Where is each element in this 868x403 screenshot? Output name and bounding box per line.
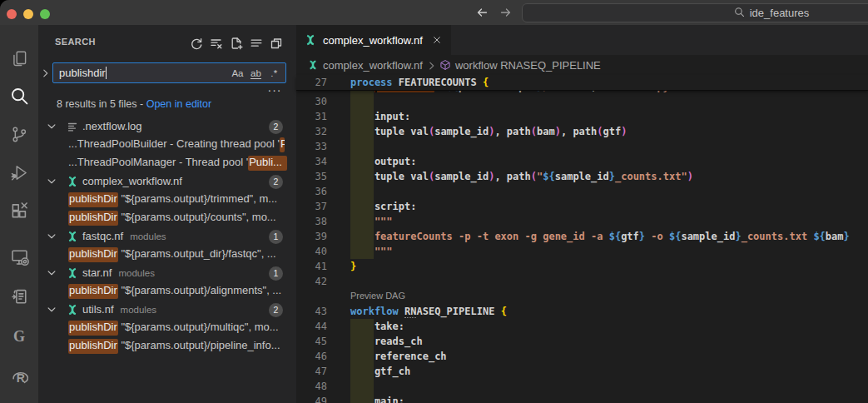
code-line-45: 45 reads_ch [296, 334, 868, 349]
titlebar: ide_features [0, 0, 868, 25]
result-match-row[interactable]: publishDir "${params.output}/counts", mo… [38, 209, 296, 227]
activity-bar-item-gitlens[interactable]: G [0, 320, 38, 353]
result-file-row[interactable]: fastqc.nfmodules1 [38, 227, 296, 246]
activity-bar-item-r-language[interactable]: R [0, 359, 38, 392]
match-preview: ...ThreadPoolManager - Thread pool 'Publ… [68, 156, 295, 171]
vscode-window: ide_features GR SEARCH publishdir Aaab.*… [0, 0, 868, 403]
search-actions [188, 35, 285, 52]
refresh-icon [188, 37, 205, 50]
code-area[interactable]: 27process FEATURECOUNTS {29 publishDir "… [296, 75, 868, 403]
code-token: _counts.txt" [615, 171, 687, 182]
breadcrumb-item[interactable]: complex_workflow.nf [307, 59, 423, 72]
activity-bar-item-remote-explorer[interactable] [0, 240, 38, 273]
use-regex-toggle[interactable]: .* [266, 65, 282, 81]
whole-word-toggle[interactable]: ab [248, 65, 264, 81]
chevron-down-icon[interactable] [46, 267, 57, 279]
code-line-text: process FEATURECOUNTS { [350, 75, 489, 90]
zoom-window-button[interactable] [40, 9, 50, 19]
editor-group[interactable]: complex_workflow.nf complex_workflow.nfw… [296, 25, 868, 403]
chevron-down-icon[interactable] [46, 121, 57, 132]
code-line-text: workflow RNASEQ_PIPELINE { [350, 304, 507, 319]
breadcrumb-item[interactable]: workflow RNASEQ_PIPELINE [439, 59, 601, 72]
indent-highlight [350, 379, 374, 394]
code-token: _counts.txt [742, 231, 814, 242]
code-token: ( [531, 171, 537, 182]
chevron-down-icon[interactable] [46, 231, 57, 242]
result-file-row[interactable]: .nextflow.log2 [38, 117, 296, 136]
result-match-row[interactable]: publishDir "${params.output_dir}/fastqc"… [38, 246, 296, 264]
code-line-36: 36 [296, 184, 868, 199]
result-match-row[interactable]: publishDir "${params.output}/alignments"… [38, 282, 296, 301]
code-line-37: 37 script: [296, 199, 868, 214]
search-sidebar: SEARCH publishdir Aaab.* ··· 8 results i… [38, 25, 296, 403]
minimize-window-button[interactable] [23, 9, 33, 19]
activity-bar-item-search[interactable] [0, 79, 38, 112]
view-as-list-button[interactable] [248, 35, 265, 52]
window-controls [7, 9, 50, 19]
indent-highlight [350, 184, 374, 199]
code-token: sample_id [434, 171, 489, 182]
close-icon [431, 34, 443, 46]
result-file-row[interactable]: utils.nfmodules2 [38, 301, 296, 319]
clear-search-results-button[interactable] [208, 35, 225, 52]
activity-bar-item-explorer[interactable] [0, 42, 38, 75]
code-line-35: 35 tuple val(sample_id), path("${sample_… [296, 169, 868, 184]
command-center[interactable]: ide_features [522, 3, 868, 22]
log-file-icon [66, 120, 79, 133]
code-token: , path [494, 126, 530, 137]
open-in-editor-link[interactable]: Open in editor [146, 98, 212, 110]
refresh-button[interactable] [188, 35, 205, 52]
toggle-search-details-button[interactable]: ··· [265, 85, 284, 95]
result-file-row[interactable]: complex_workflow.nf2 [38, 172, 296, 191]
activity-bar-item-source-control[interactable] [0, 117, 38, 151]
code-token: gtf [621, 231, 639, 242]
nextflow-icon [66, 175, 79, 188]
files-icon [0, 49, 38, 68]
file-name: .nextflow.log [82, 120, 142, 132]
activity-bar-item-run-and-debug[interactable] [0, 156, 38, 189]
result-file-row[interactable]: star.nfmodules1 [38, 264, 296, 282]
close-window-button[interactable] [7, 9, 17, 19]
file-name: complex_workflow.nf [82, 175, 182, 187]
history-forward-button[interactable] [498, 4, 514, 21]
match-preview: publishDir "${params.output}/counts", mo… [68, 211, 295, 226]
match-text-after: "${params.output}/trimmed", m... [118, 192, 277, 207]
sticky-scroll-line[interactable]: 27process FEATURECOUNTS { [296, 75, 868, 90]
tab-complex-workflow[interactable]: complex_workflow.nf [296, 25, 451, 55]
tab-bar: complex_workflow.nf [296, 25, 868, 55]
close-tab-button[interactable] [430, 33, 444, 47]
activity-bar-item-account[interactable] [0, 397, 38, 403]
line-number: 35 [296, 169, 327, 184]
match-case-toggle[interactable]: Aa [230, 65, 246, 81]
result-match-row[interactable]: publishDir "${params.output}/pipeline_in… [38, 337, 296, 356]
results-count-text: 8 results in 5 files - [57, 98, 146, 110]
collapse-all-button[interactable] [268, 35, 285, 52]
codelens-preview-dag-link[interactable]: Preview DAG [350, 291, 405, 301]
code-token: publishDir [374, 90, 434, 92]
chevron-down-icon[interactable] [46, 176, 57, 187]
result-match-row[interactable]: publishDir "${params.output}/multiqc", m… [38, 319, 296, 337]
code-token: ( [597, 126, 603, 137]
code-token: ) [687, 171, 693, 182]
line-number: 42 [296, 274, 327, 289]
activity-bar-item-extensions[interactable] [0, 194, 38, 227]
code-token: , path [494, 171, 530, 182]
arrow-right-icon [498, 6, 514, 19]
code-token: FEATURECOUNTS [393, 77, 483, 88]
code-token: } [735, 231, 741, 242]
result-match-row[interactable]: ...ThreadPoolBuilder - Creating thread p… [38, 136, 296, 154]
toggle-replace-button[interactable] [40, 65, 53, 82]
match-preview: publishDir "${params.output}/multiqc", m… [68, 321, 295, 336]
clear-results-icon [208, 37, 225, 50]
match-preview: publishDir "${params.output}/trimmed", m… [68, 192, 295, 207]
code-line-text: gtf_ch [350, 364, 410, 379]
open-new-search-editor-button[interactable] [228, 35, 245, 52]
activity-bar-item-snippets[interactable] [0, 280, 38, 313]
chevron-down-icon[interactable] [46, 304, 57, 316]
result-match-row[interactable]: ...ThreadPoolManager - Thread pool 'Publ… [38, 154, 296, 172]
line-number: 40 [296, 244, 327, 259]
history-back-button[interactable] [474, 4, 490, 21]
code-line-27: 27process FEATURECOUNTS { [296, 75, 868, 90]
result-match-row[interactable]: publishDir "${params.output}/trimmed", m… [38, 191, 296, 209]
search-input[interactable]: publishdir Aaab.* [52, 62, 286, 83]
